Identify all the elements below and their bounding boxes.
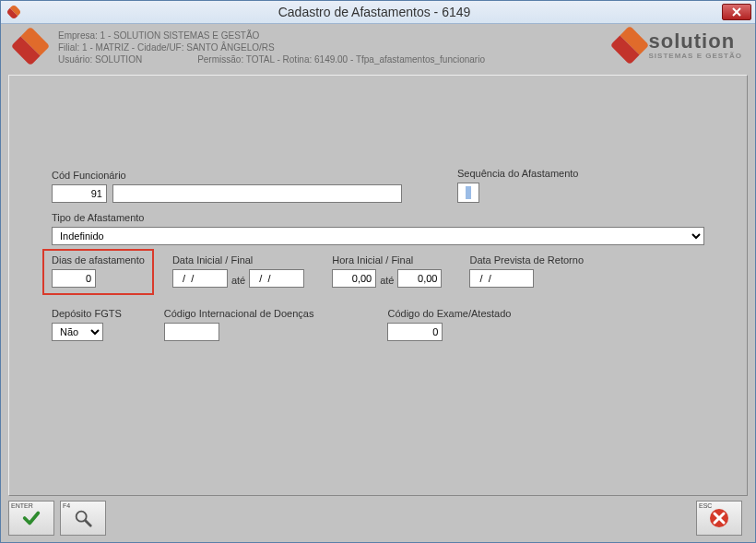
empresa-line: Empresa: 1 - SOLUTION SISTEMAS E GESTÃO xyxy=(58,30,616,41)
app-icon xyxy=(6,5,21,19)
hora-final-input[interactable] xyxy=(397,269,442,288)
dias-highlight: Dias de afastamento xyxy=(42,249,154,295)
dias-input[interactable] xyxy=(52,269,96,288)
titlebar: Cadastro de Afastamentos - 6149 xyxy=(1,1,755,24)
cod-func-input[interactable] xyxy=(52,184,107,203)
window-title: Cadastro de Afastamentos - 6149 xyxy=(27,5,722,19)
cod-func-name-input[interactable] xyxy=(112,184,402,203)
enter-button[interactable]: ENTER xyxy=(8,501,54,536)
filial-line: Filial: 1 - MATRIZ - Cidade/UF: SANTO ÂN… xyxy=(58,41,616,53)
logo-small xyxy=(14,30,47,63)
hora-inicial-input[interactable] xyxy=(332,269,376,288)
svg-line-3 xyxy=(86,521,91,526)
cod-exame-input[interactable] xyxy=(387,323,443,341)
data-if-label: Data Inicial / Final xyxy=(172,254,304,266)
close-button[interactable] xyxy=(722,4,751,20)
form-panel: Cód Funcionário Sequência do Afastamento… xyxy=(8,75,748,496)
dep-fgts-label: Depósito FGTS xyxy=(52,308,122,319)
data-inicial-input[interactable] xyxy=(172,269,228,288)
close-icon xyxy=(732,7,741,17)
dep-fgts-select[interactable]: Não xyxy=(52,323,103,341)
seq-input[interactable] xyxy=(457,183,479,203)
brand-main: solution xyxy=(649,30,736,53)
app-window: Cadastro de Afastamentos - 6149 Empresa:… xyxy=(0,0,756,543)
dias-label: Dias de afastamento xyxy=(52,254,145,266)
data-prev-label: Data Prevista de Retorno xyxy=(469,254,584,266)
brand-sub: SISTEMAS E GESTÃO xyxy=(649,52,742,60)
permissao-line: Permissão: TOTAL - Rotina: 6149.00 - Tfp… xyxy=(197,53,485,65)
ate-2: até xyxy=(380,275,394,286)
ate-1: até xyxy=(231,275,245,286)
cod-func-label: Cód Funcionário xyxy=(52,170,402,181)
brand-icon xyxy=(609,25,648,64)
data-prev-input[interactable] xyxy=(469,269,534,288)
cid-input[interactable] xyxy=(164,323,219,341)
search-button[interactable]: F4 xyxy=(60,501,106,536)
magnifier-icon xyxy=(73,508,93,528)
hora-if-label: Hora Inicial / Final xyxy=(332,254,442,266)
header-meta: Empresa: 1 - SOLUTION SISTEMAS E GESTÃO … xyxy=(58,30,616,65)
usuario-line: Usuário: SOLUTION xyxy=(58,53,142,65)
tipo-label: Tipo de Afastamento xyxy=(52,212,704,223)
data-final-input[interactable] xyxy=(249,269,304,288)
cod-exame-label: Código do Exame/Atestado xyxy=(387,308,511,319)
esc-key-label: ESC xyxy=(699,502,712,509)
check-icon xyxy=(21,508,41,528)
tipo-select[interactable]: Indefinido xyxy=(52,227,704,245)
brand: solution SISTEMAS E GESTÃO xyxy=(616,30,742,60)
cancel-icon xyxy=(708,507,730,529)
header-strip: Empresa: 1 - SOLUTION SISTEMAS E GESTÃO … xyxy=(1,24,755,71)
esc-button[interactable]: ESC xyxy=(696,501,742,536)
f4-key-label: F4 xyxy=(63,502,70,509)
cid-label: Código Internacional de Doenças xyxy=(164,308,314,319)
footer-toolbar: ENTER F4 ESC xyxy=(8,500,748,537)
seq-label: Sequência do Afastamento xyxy=(457,168,578,179)
enter-key-label: ENTER xyxy=(11,502,33,509)
